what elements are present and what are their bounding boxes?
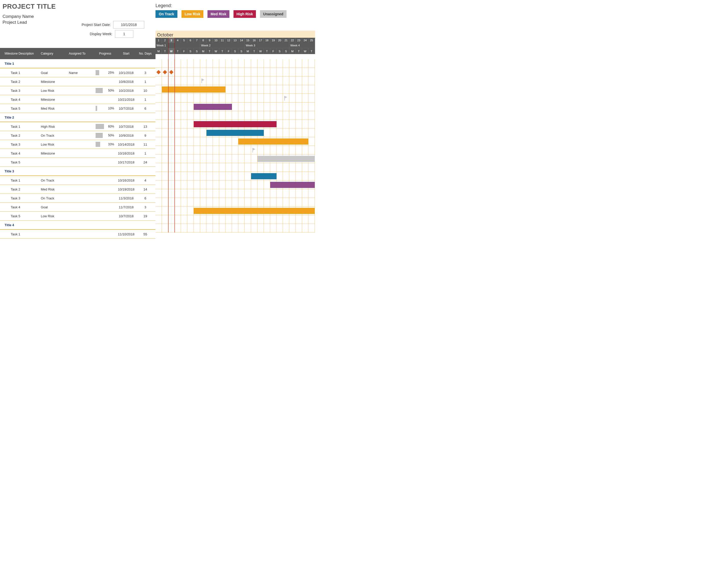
col-progress: Progress bbox=[96, 52, 115, 55]
gantt-bar[interactable] bbox=[257, 156, 315, 162]
task-category: On Track bbox=[41, 196, 69, 200]
day-num: 16 bbox=[251, 38, 257, 43]
section-row[interactable]: Title 2 bbox=[0, 113, 155, 122]
dow: T bbox=[206, 48, 213, 54]
task-start: 10/8/2018 bbox=[115, 80, 138, 84]
day-num: 4 bbox=[175, 38, 181, 43]
task-start: 10/2/2018 bbox=[115, 89, 138, 93]
dow: S bbox=[194, 48, 200, 54]
task-category: Milestone bbox=[41, 80, 69, 84]
task-row[interactable]: Task 1High Risk60%10/7/201813 bbox=[0, 122, 155, 131]
day-num: 11 bbox=[219, 38, 226, 43]
task-row[interactable]: Task 1GoalName25%10/1/20183 bbox=[0, 68, 155, 77]
task-days: 6 bbox=[138, 196, 153, 200]
task-start: 11/7/2018 bbox=[115, 205, 138, 209]
task-row[interactable]: Task 111/10/201855 bbox=[0, 230, 155, 239]
gantt-bar[interactable] bbox=[238, 138, 308, 144]
task-progress bbox=[96, 151, 115, 156]
task-progress bbox=[96, 213, 115, 218]
task-desc: Task 4 bbox=[0, 98, 41, 101]
section-row[interactable]: Title 4 bbox=[0, 220, 155, 230]
day-num: 17 bbox=[257, 38, 264, 43]
task-start: 10/16/2018 bbox=[115, 178, 138, 182]
task-row[interactable]: Task 510/17/201824 bbox=[0, 158, 155, 167]
task-progress bbox=[96, 195, 115, 201]
legend-label: Legend: bbox=[155, 3, 172, 8]
task-desc: Task 1 bbox=[0, 178, 41, 182]
display-week-label: Display Week: bbox=[90, 32, 112, 36]
task-days: 19 bbox=[138, 214, 153, 218]
day-num: 21 bbox=[283, 38, 289, 43]
task-progress: 60% bbox=[96, 124, 115, 129]
month-header: October bbox=[155, 31, 315, 38]
dow: T bbox=[175, 48, 181, 54]
gantt-bar[interactable] bbox=[162, 86, 226, 93]
gantt-bar[interactable] bbox=[206, 130, 264, 136]
task-desc: Task 3 bbox=[0, 196, 41, 200]
task-days: 1 bbox=[138, 151, 153, 155]
task-row[interactable]: Task 1On Track10/16/20184 bbox=[0, 176, 155, 185]
task-start: 11/10/2018 bbox=[115, 232, 138, 236]
task-row[interactable]: Task 2Milestone10/8/20181 bbox=[0, 77, 155, 86]
task-desc: Task 1 bbox=[0, 125, 41, 128]
milestone-flag-icon bbox=[284, 96, 288, 100]
task-desc: Task 5 bbox=[0, 107, 41, 110]
task-desc: Task 1 bbox=[0, 232, 41, 236]
task-row[interactable]: Task 4Milestone10/16/20181 bbox=[0, 149, 155, 158]
today-line bbox=[175, 59, 175, 232]
task-row[interactable]: Task 2Med Risk10/19/201814 bbox=[0, 185, 155, 194]
task-category: Low Risk bbox=[41, 89, 69, 93]
task-start: 10/17/2018 bbox=[115, 160, 138, 164]
day-num: 6 bbox=[187, 38, 194, 43]
section-row[interactable]: Title 1 bbox=[0, 59, 155, 68]
task-row[interactable]: Task 3Low Risk50%10/2/201810 bbox=[0, 86, 155, 95]
section-row[interactable]: Title 3 bbox=[0, 167, 155, 176]
task-days: 3 bbox=[138, 205, 153, 209]
task-category: Goal bbox=[41, 205, 69, 209]
task-row[interactable]: Task 4Milestone10/21/20181 bbox=[0, 95, 155, 104]
display-week-input[interactable]: 1 bbox=[115, 30, 133, 38]
task-row[interactable]: Task 3Low Risk33%10/14/201811 bbox=[0, 140, 155, 149]
day-num: 5 bbox=[181, 38, 187, 43]
gantt-bar[interactable] bbox=[270, 182, 315, 188]
gantt-bar[interactable] bbox=[194, 208, 315, 214]
task-progress bbox=[96, 79, 115, 84]
dow: F bbox=[226, 48, 232, 54]
dow: T bbox=[251, 48, 257, 54]
task-row[interactable]: Task 5Low Risk10/7/201819 bbox=[0, 212, 155, 220]
task-row[interactable]: Task 4Goal11/7/20183 bbox=[0, 203, 155, 212]
dow: F bbox=[181, 48, 187, 54]
start-date-input[interactable]: 10/1/2018 bbox=[113, 21, 144, 29]
day-num: 14 bbox=[238, 38, 245, 43]
task-row[interactable]: Task 5Med Risk10%10/7/20186 bbox=[0, 104, 155, 113]
task-days: 14 bbox=[138, 187, 153, 191]
task-desc: Title 4 bbox=[0, 223, 41, 227]
dow: W bbox=[213, 48, 219, 54]
day-num: 12 bbox=[226, 38, 232, 43]
task-category: High Risk bbox=[41, 125, 69, 128]
dow: S bbox=[238, 48, 245, 54]
task-row[interactable]: Task 3On Track11/3/20186 bbox=[0, 194, 155, 203]
task-row[interactable]: Task 2On Track50%10/9/20189 bbox=[0, 131, 155, 140]
day-num: 7 bbox=[194, 38, 200, 43]
company-name: Company Name bbox=[3, 14, 34, 19]
task-progress bbox=[96, 187, 115, 192]
task-progress: 25% bbox=[96, 70, 115, 75]
gantt-bar[interactable] bbox=[251, 173, 277, 179]
dow: S bbox=[232, 48, 238, 54]
gantt-bar[interactable] bbox=[194, 104, 232, 110]
task-days: 11 bbox=[138, 142, 153, 146]
legend: On TrackLow RiskMed RiskHigh RiskUnassig… bbox=[155, 10, 287, 18]
gantt-bar[interactable] bbox=[194, 121, 277, 127]
task-progress: 50% bbox=[96, 133, 115, 138]
day-num: 13 bbox=[232, 38, 238, 43]
task-category: Milestone bbox=[41, 151, 69, 155]
task-desc: Title 3 bbox=[0, 169, 41, 173]
legend-low-risk: Low Risk bbox=[181, 10, 203, 18]
week-label: Week 3 bbox=[245, 43, 289, 48]
start-date-label: Project Start Date: bbox=[82, 23, 111, 27]
task-days: 3 bbox=[138, 71, 153, 75]
task-category: Low Risk bbox=[41, 214, 69, 218]
task-days: 6 bbox=[138, 107, 153, 110]
task-desc: Task 2 bbox=[0, 134, 41, 137]
